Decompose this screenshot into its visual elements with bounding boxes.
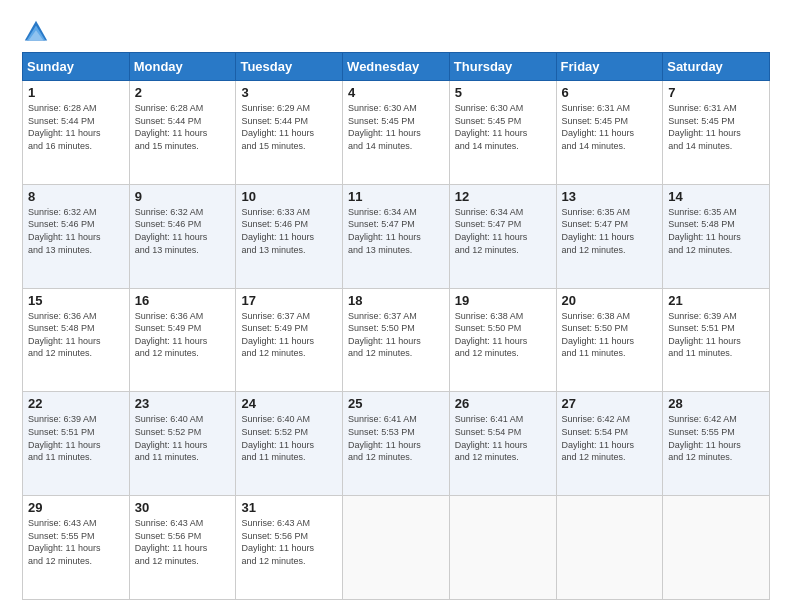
calendar-week-row: 15Sunrise: 6:36 AMSunset: 5:48 PMDayligh… [23, 288, 770, 392]
day-number: 9 [135, 189, 231, 204]
day-number: 29 [28, 500, 124, 515]
day-number: 30 [135, 500, 231, 515]
cell-text: Sunrise: 6:28 AMSunset: 5:44 PMDaylight:… [28, 102, 124, 152]
calendar-header-row: SundayMondayTuesdayWednesdayThursdayFrid… [23, 53, 770, 81]
calendar-cell: 28Sunrise: 6:42 AMSunset: 5:55 PMDayligh… [663, 392, 770, 496]
calendar-cell: 7Sunrise: 6:31 AMSunset: 5:45 PMDaylight… [663, 81, 770, 185]
calendar-cell [343, 496, 450, 600]
calendar-cell [449, 496, 556, 600]
cell-text: Sunrise: 6:32 AMSunset: 5:46 PMDaylight:… [135, 206, 231, 256]
calendar-cell: 31Sunrise: 6:43 AMSunset: 5:56 PMDayligh… [236, 496, 343, 600]
cell-text: Sunrise: 6:43 AMSunset: 5:56 PMDaylight:… [135, 517, 231, 567]
calendar-cell [556, 496, 663, 600]
calendar-header-cell: Wednesday [343, 53, 450, 81]
calendar-week-row: 22Sunrise: 6:39 AMSunset: 5:51 PMDayligh… [23, 392, 770, 496]
calendar-body: 1Sunrise: 6:28 AMSunset: 5:44 PMDaylight… [23, 81, 770, 600]
cell-text: Sunrise: 6:38 AMSunset: 5:50 PMDaylight:… [455, 310, 551, 360]
calendar-cell: 5Sunrise: 6:30 AMSunset: 5:45 PMDaylight… [449, 81, 556, 185]
calendar-cell: 30Sunrise: 6:43 AMSunset: 5:56 PMDayligh… [129, 496, 236, 600]
calendar-table: SundayMondayTuesdayWednesdayThursdayFrid… [22, 52, 770, 600]
day-number: 25 [348, 396, 444, 411]
calendar-cell: 8Sunrise: 6:32 AMSunset: 5:46 PMDaylight… [23, 184, 130, 288]
cell-text: Sunrise: 6:33 AMSunset: 5:46 PMDaylight:… [241, 206, 337, 256]
day-number: 4 [348, 85, 444, 100]
day-number: 15 [28, 293, 124, 308]
calendar-header-cell: Saturday [663, 53, 770, 81]
calendar-cell: 26Sunrise: 6:41 AMSunset: 5:54 PMDayligh… [449, 392, 556, 496]
calendar-week-row: 29Sunrise: 6:43 AMSunset: 5:55 PMDayligh… [23, 496, 770, 600]
logo-icon [22, 18, 50, 46]
day-number: 10 [241, 189, 337, 204]
logo [22, 18, 54, 46]
day-number: 21 [668, 293, 764, 308]
calendar-cell: 17Sunrise: 6:37 AMSunset: 5:49 PMDayligh… [236, 288, 343, 392]
day-number: 24 [241, 396, 337, 411]
calendar-cell: 15Sunrise: 6:36 AMSunset: 5:48 PMDayligh… [23, 288, 130, 392]
cell-text: Sunrise: 6:34 AMSunset: 5:47 PMDaylight:… [348, 206, 444, 256]
day-number: 31 [241, 500, 337, 515]
calendar-cell: 13Sunrise: 6:35 AMSunset: 5:47 PMDayligh… [556, 184, 663, 288]
cell-text: Sunrise: 6:38 AMSunset: 5:50 PMDaylight:… [562, 310, 658, 360]
calendar-header-cell: Tuesday [236, 53, 343, 81]
day-number: 8 [28, 189, 124, 204]
calendar-cell: 11Sunrise: 6:34 AMSunset: 5:47 PMDayligh… [343, 184, 450, 288]
cell-text: Sunrise: 6:34 AMSunset: 5:47 PMDaylight:… [455, 206, 551, 256]
cell-text: Sunrise: 6:35 AMSunset: 5:47 PMDaylight:… [562, 206, 658, 256]
day-number: 11 [348, 189, 444, 204]
day-number: 7 [668, 85, 764, 100]
calendar-cell: 24Sunrise: 6:40 AMSunset: 5:52 PMDayligh… [236, 392, 343, 496]
day-number: 14 [668, 189, 764, 204]
day-number: 28 [668, 396, 764, 411]
calendar-cell: 3Sunrise: 6:29 AMSunset: 5:44 PMDaylight… [236, 81, 343, 185]
cell-text: Sunrise: 6:42 AMSunset: 5:55 PMDaylight:… [668, 413, 764, 463]
day-number: 26 [455, 396, 551, 411]
cell-text: Sunrise: 6:40 AMSunset: 5:52 PMDaylight:… [135, 413, 231, 463]
calendar-cell: 29Sunrise: 6:43 AMSunset: 5:55 PMDayligh… [23, 496, 130, 600]
cell-text: Sunrise: 6:40 AMSunset: 5:52 PMDaylight:… [241, 413, 337, 463]
calendar-header-cell: Sunday [23, 53, 130, 81]
day-number: 12 [455, 189, 551, 204]
day-number: 20 [562, 293, 658, 308]
cell-text: Sunrise: 6:36 AMSunset: 5:49 PMDaylight:… [135, 310, 231, 360]
day-number: 18 [348, 293, 444, 308]
calendar-cell: 10Sunrise: 6:33 AMSunset: 5:46 PMDayligh… [236, 184, 343, 288]
day-number: 5 [455, 85, 551, 100]
calendar-cell: 19Sunrise: 6:38 AMSunset: 5:50 PMDayligh… [449, 288, 556, 392]
header [22, 18, 770, 46]
day-number: 27 [562, 396, 658, 411]
cell-text: Sunrise: 6:30 AMSunset: 5:45 PMDaylight:… [348, 102, 444, 152]
cell-text: Sunrise: 6:39 AMSunset: 5:51 PMDaylight:… [668, 310, 764, 360]
day-number: 23 [135, 396, 231, 411]
cell-text: Sunrise: 6:43 AMSunset: 5:55 PMDaylight:… [28, 517, 124, 567]
cell-text: Sunrise: 6:28 AMSunset: 5:44 PMDaylight:… [135, 102, 231, 152]
calendar-header-cell: Monday [129, 53, 236, 81]
calendar-cell: 12Sunrise: 6:34 AMSunset: 5:47 PMDayligh… [449, 184, 556, 288]
calendar-cell: 2Sunrise: 6:28 AMSunset: 5:44 PMDaylight… [129, 81, 236, 185]
cell-text: Sunrise: 6:39 AMSunset: 5:51 PMDaylight:… [28, 413, 124, 463]
day-number: 22 [28, 396, 124, 411]
cell-text: Sunrise: 6:31 AMSunset: 5:45 PMDaylight:… [668, 102, 764, 152]
calendar-week-row: 8Sunrise: 6:32 AMSunset: 5:46 PMDaylight… [23, 184, 770, 288]
day-number: 13 [562, 189, 658, 204]
cell-text: Sunrise: 6:32 AMSunset: 5:46 PMDaylight:… [28, 206, 124, 256]
calendar-cell: 16Sunrise: 6:36 AMSunset: 5:49 PMDayligh… [129, 288, 236, 392]
calendar-cell [663, 496, 770, 600]
day-number: 6 [562, 85, 658, 100]
cell-text: Sunrise: 6:37 AMSunset: 5:49 PMDaylight:… [241, 310, 337, 360]
calendar-cell: 1Sunrise: 6:28 AMSunset: 5:44 PMDaylight… [23, 81, 130, 185]
calendar-cell: 18Sunrise: 6:37 AMSunset: 5:50 PMDayligh… [343, 288, 450, 392]
cell-text: Sunrise: 6:35 AMSunset: 5:48 PMDaylight:… [668, 206, 764, 256]
calendar-cell: 25Sunrise: 6:41 AMSunset: 5:53 PMDayligh… [343, 392, 450, 496]
calendar-cell: 6Sunrise: 6:31 AMSunset: 5:45 PMDaylight… [556, 81, 663, 185]
calendar-cell: 22Sunrise: 6:39 AMSunset: 5:51 PMDayligh… [23, 392, 130, 496]
calendar-header-cell: Thursday [449, 53, 556, 81]
cell-text: Sunrise: 6:37 AMSunset: 5:50 PMDaylight:… [348, 310, 444, 360]
calendar-cell: 21Sunrise: 6:39 AMSunset: 5:51 PMDayligh… [663, 288, 770, 392]
day-number: 16 [135, 293, 231, 308]
day-number: 3 [241, 85, 337, 100]
calendar-cell: 4Sunrise: 6:30 AMSunset: 5:45 PMDaylight… [343, 81, 450, 185]
cell-text: Sunrise: 6:31 AMSunset: 5:45 PMDaylight:… [562, 102, 658, 152]
calendar-week-row: 1Sunrise: 6:28 AMSunset: 5:44 PMDaylight… [23, 81, 770, 185]
cell-text: Sunrise: 6:36 AMSunset: 5:48 PMDaylight:… [28, 310, 124, 360]
cell-text: Sunrise: 6:43 AMSunset: 5:56 PMDaylight:… [241, 517, 337, 567]
